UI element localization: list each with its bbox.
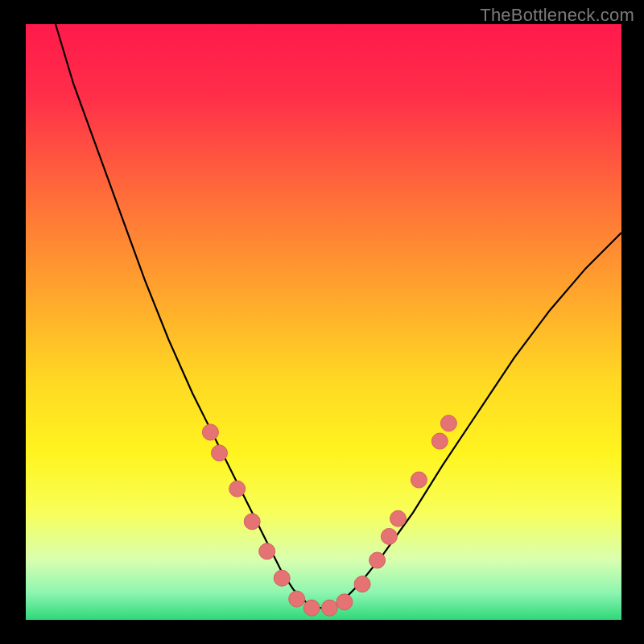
data-dot [336, 594, 353, 610]
data-dot [411, 472, 427, 488]
data-dot [381, 528, 397, 544]
data-dot [202, 424, 218, 440]
data-dot [321, 600, 337, 616]
data-dot [440, 415, 456, 431]
plot-background [26, 24, 621, 620]
chart-frame: TheBottleneck.com [0, 0, 644, 644]
data-dot [431, 433, 448, 449]
data-dot [369, 552, 386, 568]
data-dot [244, 514, 260, 530]
data-dot [274, 570, 290, 586]
bottleneck-chart [0, 0, 644, 644]
data-dot [354, 576, 370, 592]
data-dot [289, 591, 305, 607]
data-dot [390, 510, 407, 526]
data-dot [229, 481, 246, 497]
data-dot [303, 600, 320, 616]
watermark-text: TheBottleneck.com [480, 5, 634, 26]
data-dot [212, 445, 228, 461]
data-dot [259, 543, 275, 559]
